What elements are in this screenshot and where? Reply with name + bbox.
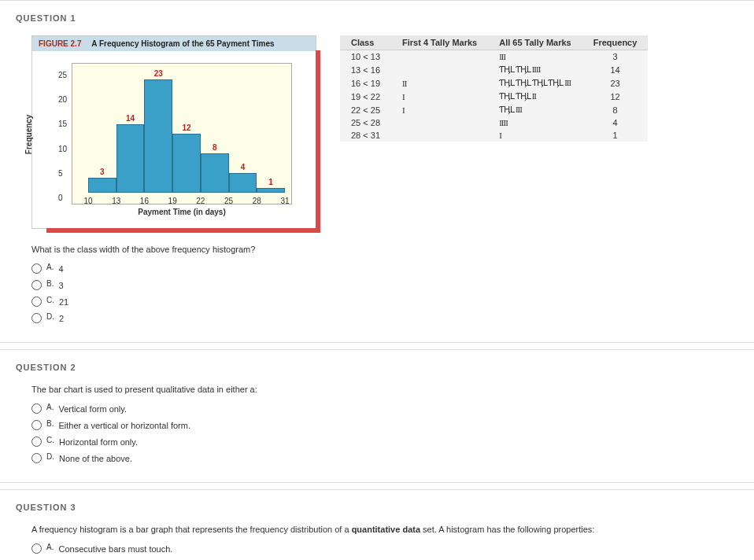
table-header: Frequency xyxy=(582,35,649,50)
figure-label: FIGURE 2.7 xyxy=(39,39,81,48)
table-cell: 14 xyxy=(582,63,649,76)
option-text: 2 xyxy=(59,314,64,323)
question-1: QUESTION 1 FIGURE 2.7 A Frequency Histog… xyxy=(0,0,754,343)
bar-value-label: 23 xyxy=(145,69,172,78)
question-2: QUESTION 2 The bar chart is used to pres… xyxy=(0,349,754,483)
figure-shadow-right xyxy=(316,50,320,233)
table-cell: 23 xyxy=(582,76,649,90)
table-cell: I xyxy=(391,103,488,116)
question-body: The bar chart is used to present qualita… xyxy=(0,377,754,474)
table-cell: 25 < 28 xyxy=(340,116,391,129)
option-list: A.Consecutive bars must touch.B.All of t… xyxy=(31,540,730,560)
question-prompt: A frequency histogram is a bar graph tha… xyxy=(31,525,730,534)
table-cell: 12 xyxy=(582,90,649,103)
x-axis-label: Payment Time (in days) xyxy=(72,208,292,216)
answer-option[interactable]: B.Either a vertical or horizontal form. xyxy=(31,417,730,433)
bar-value-label: 14 xyxy=(117,114,144,123)
emphasis-text: quantitative data xyxy=(352,525,420,534)
option-text: 21 xyxy=(59,297,68,307)
question-title: QUESTION 2 xyxy=(0,358,754,377)
table-cell: I xyxy=(391,90,488,103)
answer-option[interactable]: D.2 xyxy=(31,310,730,326)
histogram-bar: 1 xyxy=(257,188,285,193)
table-cell xyxy=(391,63,488,76)
y-tick: 20 xyxy=(58,95,67,104)
table-cell xyxy=(391,129,488,142)
x-tick: 31 xyxy=(280,197,289,205)
question-title: QUESTION 3 xyxy=(0,498,754,517)
y-axis-label: Frequency xyxy=(24,114,33,154)
table-header: All 65 Tally Marks xyxy=(488,35,582,50)
question-body: A frequency histogram is a bar graph tha… xyxy=(0,517,754,560)
radio-icon[interactable] xyxy=(31,437,42,447)
y-tick: 25 xyxy=(58,71,67,79)
bar-value-label: 4 xyxy=(230,163,257,171)
option-text: 3 xyxy=(58,281,63,290)
histogram-bar: 12 xyxy=(172,134,201,193)
table-cell xyxy=(391,116,488,129)
x-tick: 13 xyxy=(112,197,120,205)
answer-option[interactable]: A.4 xyxy=(31,260,730,277)
question-3: QUESTION 3 A frequency histogram is a ba… xyxy=(0,489,754,560)
table-cell: 13 < 16 xyxy=(340,63,391,76)
answer-option[interactable]: A.Vertical form only. xyxy=(31,400,730,417)
table-cell: 4 xyxy=(582,116,649,129)
table-row: 19 < 22IƬӉԼ ƬӉԼ II12 xyxy=(340,90,648,103)
table-row: 10 < 13III3 xyxy=(340,50,648,64)
option-letter: C. xyxy=(46,436,54,444)
table-cell: ƬӉԼ ƬӉԼ ƬӉԼ ƬӉԼ III xyxy=(488,76,582,90)
bar-value-label: 12 xyxy=(173,123,200,132)
table-cell xyxy=(391,50,488,64)
option-text: None of the above. xyxy=(59,454,132,463)
question-prompt: What is the class width of the above fre… xyxy=(31,245,730,254)
table-cell: ƬӉԼ ƬӉԼ II xyxy=(488,90,582,103)
table-cell: 1 xyxy=(582,129,649,142)
answer-option[interactable]: C.Horizontal form only. xyxy=(31,433,730,450)
radio-icon[interactable] xyxy=(31,420,42,430)
table-cell: 10 < 13 xyxy=(340,50,391,64)
radio-icon[interactable] xyxy=(31,543,42,554)
option-text: Horizontal form only. xyxy=(59,437,138,447)
y-tick: 0 xyxy=(58,193,63,202)
table-header: Class xyxy=(340,35,391,50)
table-body: 10 < 13III313 < 16ƬӉԼ ƬӉԼ IIII1416 < 19I… xyxy=(340,50,648,142)
tally-table: ClassFirst 4 Tally MarksAll 65 Tally Mar… xyxy=(340,35,648,142)
option-text: 4 xyxy=(58,264,63,274)
answer-option[interactable]: B.All of the above. xyxy=(31,557,730,560)
radio-icon[interactable] xyxy=(31,453,42,463)
radio-icon[interactable] xyxy=(31,263,42,274)
bar-value-label: 1 xyxy=(257,178,284,186)
table-row: 22 < 25IƬӉԼ III8 xyxy=(340,103,648,116)
radio-icon[interactable] xyxy=(31,297,42,307)
x-tick: 22 xyxy=(196,197,205,205)
y-tick: 10 xyxy=(58,144,67,153)
option-letter: C. xyxy=(46,296,54,304)
figure-row: FIGURE 2.7 A Frequency Histogram of the … xyxy=(31,35,730,229)
option-letter: A. xyxy=(46,543,54,551)
table-cell: 3 xyxy=(582,50,649,64)
option-list: A.Vertical form only.B.Either a vertical… xyxy=(31,400,730,466)
option-letter: B. xyxy=(46,419,54,428)
table-cell: ƬӉԼ ƬӉԼ IIII xyxy=(488,63,582,76)
histogram-bar: 3 xyxy=(88,178,116,193)
answer-option[interactable]: C.21 xyxy=(31,293,730,310)
option-letter: B. xyxy=(46,279,54,288)
histogram-bar: 8 xyxy=(201,153,229,193)
table-cell: 22 < 25 xyxy=(340,103,391,116)
y-tick: 5 xyxy=(58,168,63,177)
radio-icon[interactable] xyxy=(31,313,42,323)
option-text: Consecutive bars must touch. xyxy=(58,544,172,554)
bar-value-label: 8 xyxy=(201,143,228,152)
answer-option[interactable]: B.3 xyxy=(31,277,730,293)
radio-icon[interactable] xyxy=(31,403,42,414)
answer-option[interactable]: A.Consecutive bars must touch. xyxy=(31,540,730,557)
radio-icon[interactable] xyxy=(31,280,42,290)
option-list: A.4B.3C.21D.2 xyxy=(31,260,730,326)
y-tick: 15 xyxy=(58,120,67,128)
question-body: FIGURE 2.7 A Frequency Histogram of the … xyxy=(0,28,754,334)
table-cell: III xyxy=(488,50,582,64)
figure-shadow-bottom xyxy=(46,228,320,233)
histogram-bar: 14 xyxy=(116,124,145,193)
answer-option[interactable]: D.None of the above. xyxy=(31,450,730,466)
option-letter: A. xyxy=(46,403,54,411)
